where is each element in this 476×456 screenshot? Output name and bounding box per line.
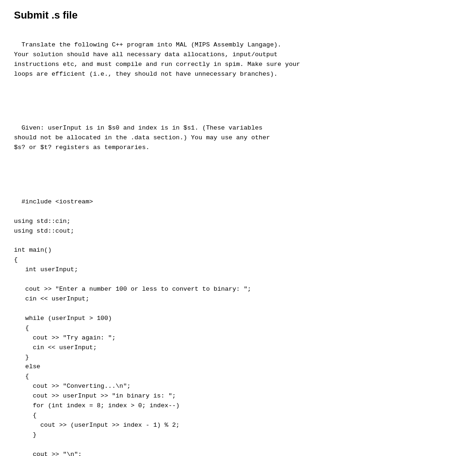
intro-paragraph: Translate the following C++ program into… (14, 41, 300, 78)
code-block: #include <iostream> using std::cin; usin… (14, 198, 251, 456)
given-paragraph: Given: userInput is in $s0 and index is … (14, 124, 270, 151)
content-area: Translate the following C++ program into… (14, 31, 462, 456)
page-title: Submit .s file (14, 9, 462, 21)
